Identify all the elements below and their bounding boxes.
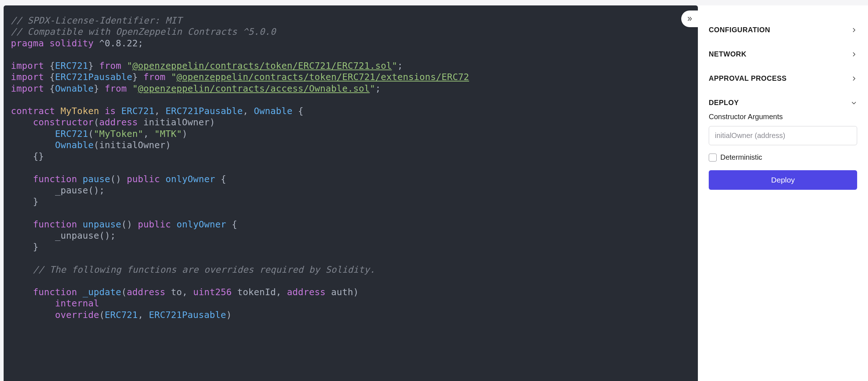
tok: from xyxy=(143,72,165,82)
tok: from xyxy=(105,83,127,94)
code-comment: // The following functions are overrides… xyxy=(33,264,375,275)
tok: onlyOwner xyxy=(177,219,226,230)
tok: initialOwner xyxy=(99,140,165,150)
chevron-right-icon xyxy=(851,51,857,58)
configuration-section[interactable]: CONFIGURATION xyxy=(709,18,857,42)
deploy-button[interactable]: Deploy xyxy=(709,170,857,190)
tok: override xyxy=(55,310,99,320)
import-link[interactable]: @openzeppelin/contracts/access/Ownable.s… xyxy=(138,83,370,94)
collapse-sidebar-button[interactable] xyxy=(681,11,698,27)
code-comment: // SPDX-License-Identifier: MIT xyxy=(11,15,182,26)
tok: Ownable xyxy=(55,83,94,94)
tok: import xyxy=(11,60,44,71)
tok: internal xyxy=(55,298,99,309)
tok: ERC721 xyxy=(55,60,88,71)
deploy-section[interactable]: DEPLOY xyxy=(709,91,857,110)
tok: initialOwner xyxy=(143,117,210,127)
tok: function xyxy=(33,219,77,230)
tok: solidity xyxy=(50,38,94,49)
tok: ^0.8.22 xyxy=(99,38,138,49)
tok: function xyxy=(33,174,77,184)
tok: Ownable xyxy=(55,140,94,150)
import-link[interactable]: @openzeppelin/contracts/token/ERC721/ext… xyxy=(177,72,469,82)
section-title: APPROVAL PROCESS xyxy=(709,74,787,83)
deploy-sidebar: CONFIGURATION NETWORK APPROVAL PROCESS D… xyxy=(698,5,868,381)
constructor-args-label: Constructor Arguments xyxy=(709,113,857,121)
approval-process-section[interactable]: APPROVAL PROCESS xyxy=(709,66,857,91)
tok: function xyxy=(33,287,77,297)
tok: from xyxy=(99,60,121,71)
tok: is xyxy=(105,106,116,116)
chevron-down-icon xyxy=(851,100,857,106)
tok: import xyxy=(11,72,44,82)
tok: auth xyxy=(331,287,353,297)
tok: contract xyxy=(11,106,55,116)
initial-owner-input[interactable] xyxy=(709,126,857,145)
tok: constructor xyxy=(33,117,94,127)
network-section[interactable]: NETWORK xyxy=(709,42,857,66)
chevron-right-icon xyxy=(851,75,857,82)
tok: ERC721 xyxy=(55,129,88,139)
chevron-double-right-icon xyxy=(686,16,693,22)
tok: _pause xyxy=(55,185,88,196)
tok: uint256 xyxy=(193,287,232,297)
chevron-right-icon xyxy=(851,27,857,33)
code-editor-panel: // SPDX-License-Identifier: MIT // Compa… xyxy=(4,5,698,381)
deterministic-checkbox[interactable] xyxy=(709,154,717,162)
tok: address xyxy=(287,287,326,297)
tok: ERC721 xyxy=(105,310,138,320)
tok: pragma xyxy=(11,38,44,49)
tok: _update xyxy=(83,287,121,297)
tok: import xyxy=(11,83,44,94)
code-comment: // Compatible with OpenZeppelin Contract… xyxy=(11,26,276,37)
tok: public xyxy=(127,174,160,184)
tok: unpause xyxy=(83,219,121,230)
tok: ERC721 xyxy=(121,106,155,116)
tok: onlyOwner xyxy=(165,174,215,184)
section-title: NETWORK xyxy=(709,50,746,58)
deterministic-row[interactable]: Deterministic xyxy=(709,153,857,162)
tok: ERC721Pausable xyxy=(149,310,226,320)
tok: _unpause xyxy=(55,230,99,241)
tok: address xyxy=(127,287,165,297)
contract-name: MyToken xyxy=(60,106,99,116)
tok: to xyxy=(171,287,182,297)
section-title: DEPLOY xyxy=(709,99,739,107)
code-content[interactable]: // SPDX-License-Identifier: MIT // Compa… xyxy=(4,5,698,321)
tok: ERC721Pausable xyxy=(55,72,132,82)
tok: ERC721Pausable xyxy=(165,106,243,116)
tok: "MTK" xyxy=(155,129,182,139)
tok: tokenId xyxy=(237,287,276,297)
tok: address xyxy=(99,117,138,127)
tok: public xyxy=(138,219,171,230)
import-link[interactable]: @openzeppelin/contracts/token/ERC721/ERC… xyxy=(132,60,392,71)
deterministic-label: Deterministic xyxy=(720,153,762,162)
tok: pause xyxy=(83,174,110,184)
section-title: CONFIGURATION xyxy=(709,26,770,34)
tok: "MyToken" xyxy=(94,129,143,139)
tok: Ownable xyxy=(254,106,292,116)
